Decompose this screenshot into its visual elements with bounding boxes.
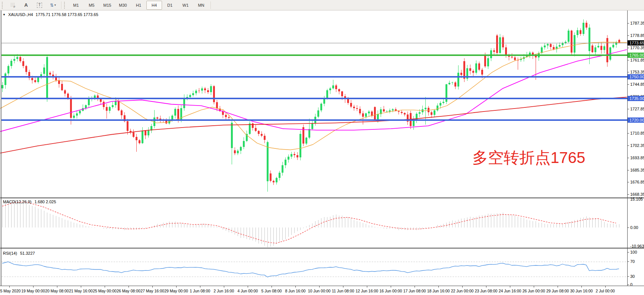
- tf-button-M1[interactable]: M1: [68, 1, 84, 10]
- time-label: 26 Jun 00:00: [523, 289, 545, 293]
- time-tick-mark: [248, 286, 248, 288]
- time-label: 4 Jun 00:00: [238, 289, 258, 293]
- time-label: 8 Jun 16:00: [285, 289, 306, 293]
- axis-tick-mark: [628, 285, 629, 285]
- macd-indicator-label: MACD(12,26,9) 1.680 2.025: [3, 200, 56, 204]
- axis-tick-mark: [628, 145, 629, 146]
- price-tick-label: 1685.35: [630, 168, 644, 173]
- time-tick-mark: [9, 286, 10, 288]
- tf-button-MN[interactable]: MN: [193, 1, 209, 10]
- axis-tick-mark: [628, 35, 629, 36]
- tf-button-M30[interactable]: M30: [115, 1, 131, 10]
- horizontal-lines[interactable]: [1, 43, 627, 120]
- price-tick-label: 0.00: [630, 225, 638, 230]
- time-tick-mark: [415, 286, 415, 288]
- price-badge-1750.00: 1750.00: [628, 74, 644, 79]
- time-tick-mark: [176, 286, 177, 288]
- macd-name: MACD(12,26,9): [3, 200, 31, 204]
- price-tick-label: 1770.35: [630, 45, 644, 50]
- axis-tick-mark: [628, 48, 629, 48]
- time-label: 2 Jul 00:00: [596, 289, 615, 293]
- time-tick-mark: [462, 286, 463, 288]
- toolbar-separator: [61, 1, 61, 9]
- rsi-tick-label: 100: [630, 250, 637, 255]
- pane-divider[interactable]: [0, 248, 644, 249]
- price-tick-label: 1668.35: [630, 192, 644, 197]
- time-tick-mark: [605, 286, 606, 288]
- axis-tick-mark: [628, 170, 629, 170]
- tf-button-M15[interactable]: M15: [99, 1, 115, 10]
- axis-tick-mark: [628, 84, 629, 85]
- time-tick-mark: [272, 286, 272, 288]
- tf-button-D1[interactable]: D1: [162, 1, 178, 10]
- main-price-pane[interactable]: [0, 10, 627, 197]
- price-tick-label: 1702.35: [630, 143, 644, 148]
- toolbar-grip[interactable]: [2, 2, 4, 9]
- macd-histogram: [2, 200, 619, 247]
- tf-button-H4[interactable]: H4: [146, 1, 162, 10]
- time-label: 5 Jun 08:00: [261, 289, 282, 293]
- time-tick-mark: [295, 286, 296, 288]
- time-tick-mark: [105, 286, 105, 288]
- time-label: 24 Jun 16:00: [499, 289, 521, 293]
- time-tick-mark: [558, 286, 558, 288]
- price-tick-label: 1744.85: [630, 82, 644, 87]
- time-axis[interactable]: 15 May 202019 May 00:0020 May 08:0021 Ma…: [0, 286, 644, 295]
- mt4-window: FAT⇅▾ M1M5M15M30H1H4D1W1MN ▼ XAUUSD-,H4 …: [0, 0, 644, 295]
- tf-button-M5[interactable]: M5: [84, 1, 99, 10]
- time-label: 27 May 16:00: [140, 289, 164, 293]
- font-tool-button[interactable]: A: [19, 1, 33, 10]
- axis-tick-mark: [628, 276, 629, 277]
- axis-tick-mark: [628, 252, 629, 252]
- timeframe-toolbar-grip[interactable]: [64, 2, 66, 9]
- tf-button-W1[interactable]: W1: [178, 1, 193, 10]
- pane-divider[interactable]: [0, 198, 644, 198]
- time-tick-mark: [486, 286, 486, 288]
- drawing-toolbar: FAT⇅▾: [6, 1, 60, 10]
- macd-min-label: -10.963: [630, 244, 644, 249]
- time-label: 15 May 2020: [0, 289, 20, 293]
- axis-tick-mark: [628, 261, 629, 262]
- macd-signal-line: [2, 202, 616, 244]
- rsi-line: [2, 262, 619, 277]
- rsi-pane[interactable]: [0, 249, 627, 285]
- chart-symbol-title[interactable]: ▼ XAUUSD-,H4 1775.71 1776.58 1773.65 177…: [3, 12, 98, 17]
- price-badge-1773.65: 1773.65: [628, 40, 644, 45]
- time-tick-mark: [152, 286, 153, 288]
- time-label: 20 May 08:00: [45, 289, 69, 293]
- time-label: 23 Jun 08:00: [475, 289, 498, 293]
- time-label: 11 Jun 08:00: [332, 289, 354, 293]
- time-tick-mark: [510, 286, 510, 288]
- time-tick-mark: [534, 286, 534, 288]
- price-tick-label: 1693.85: [630, 156, 644, 160]
- pane-divider[interactable]: [0, 248, 644, 248]
- text-label-tool-button[interactable]: T: [33, 1, 46, 10]
- tf-button-H1[interactable]: H1: [131, 1, 146, 10]
- time-label: 29 May 00:00: [164, 289, 188, 293]
- price-axis[interactable]: 1787.351778.851770.351761.851753.351744.…: [628, 10, 644, 286]
- time-tick-mark: [319, 286, 320, 288]
- time-tick-mark: [200, 286, 200, 288]
- time-tick-mark: [438, 286, 439, 288]
- arrange-tool-button[interactable]: ⇅▾: [46, 1, 60, 10]
- time-label: 26 May 08:00: [117, 289, 140, 293]
- axis-tick-mark: [628, 109, 629, 109]
- collapse-triangle-icon[interactable]: ▼: [3, 13, 6, 16]
- pane-divider[interactable]: [0, 197, 644, 198]
- time-label: 1 Jun 08:00: [190, 289, 210, 293]
- time-tick-mark: [129, 286, 129, 288]
- symbol-period-label: XAUUSD-,H4: [8, 12, 33, 17]
- macd-pane[interactable]: [0, 198, 627, 247]
- caret-down-icon: ▾: [54, 3, 56, 7]
- axis-tick-mark: [628, 182, 629, 182]
- time-label: 30 Jun 16:00: [570, 289, 593, 293]
- axis-tick-mark: [628, 158, 629, 158]
- time-label: 19 May 00:00: [21, 289, 45, 293]
- rsi-tick-label: 70: [630, 259, 635, 264]
- time-label: 29 Jun 08:00: [546, 289, 569, 293]
- axis-tick-mark: [628, 194, 629, 195]
- text-label-icon: T: [37, 3, 42, 8]
- chart-annotation: 多空转折点1765: [472, 149, 585, 166]
- time-tick-mark: [33, 286, 34, 288]
- indicator-grid-tool-button[interactable]: F: [6, 1, 19, 10]
